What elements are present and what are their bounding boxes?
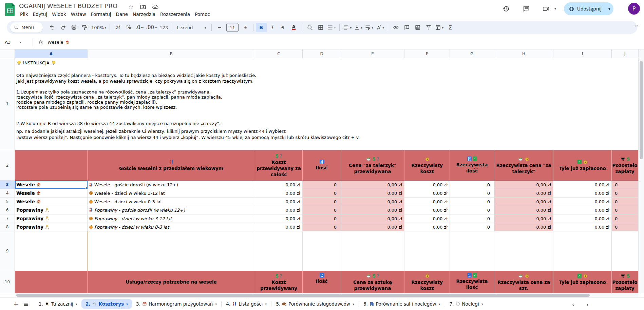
insert-chart-button[interactable] [412,23,423,32]
cell-e5[interactable]: 0,00 zł [341,198,404,206]
number-format-button[interactable]: 123 [158,23,169,32]
cell-h5[interactable]: 0,00 zł [494,198,553,206]
column-header-f[interactable]: F [404,49,450,58]
row-header-7[interactable]: 7 [0,214,15,223]
column-header-j[interactable]: J [612,49,638,58]
tab-caret-icon[interactable]: ▾ [353,302,354,306]
tab-caret-icon[interactable]: ▾ [265,302,267,306]
cell-e8[interactable]: 0,00 zł [341,223,404,231]
cell-j9[interactable] [612,231,638,271]
tab-tu-zacznij[interactable]: 1. Tu zacznij▾ [35,299,81,309]
cell-d4[interactable]: 0 [303,189,341,198]
cell-f5[interactable]: 0,00 zł [404,198,450,206]
italic-button[interactable]: I [267,23,278,32]
vertical-scrollbar[interactable] [638,49,644,293]
row-header-1[interactable]: 1 [0,58,15,150]
cell-c8[interactable]: 0,00 zł [255,223,303,231]
cell-c9[interactable] [255,231,303,271]
history-button[interactable] [501,4,510,13]
comments-button[interactable] [522,4,531,13]
zoom-select[interactable]: 100%▾ [90,23,107,32]
formula-input[interactable]: Wesele [48,40,69,45]
cell-f8[interactable]: 0,00 zł [404,223,450,231]
tabs-scroll-right-button[interactable]: › [583,300,592,308]
cell-d7[interactable]: 0 [303,214,341,223]
cell-j4[interactable]: 0 [612,189,638,198]
row-header-2[interactable]: 2 [0,150,15,181]
cell-d9[interactable] [303,231,341,271]
cell-a3[interactable]: Wesele [15,181,88,189]
header-cena-za-talerzyk[interactable]: $? Cena "za talerzyk" przewidywana [341,150,404,181]
cell-e3[interactable]: 0,00 zł [341,181,404,189]
tabs-scroll-left-button[interactable]: ‹ [569,300,577,308]
horizontal-scrollbar-thumb[interactable] [16,294,590,297]
cell-g4[interactable]: 0 [450,189,494,198]
tab-kosztorys[interactable]: 2. Kosztorys▾ [81,299,132,309]
cell-g3[interactable]: 0 [450,181,494,189]
name-box-caret-icon[interactable]: ▾ [19,40,21,44]
horizontal-scrollbar[interactable] [15,293,638,297]
hide-toolbar-button[interactable] [634,23,639,28]
header-rzeczywista-cena-2[interactable]: Rzeczywista cena za szt. [494,271,553,293]
column-header-b[interactable]: B [88,49,255,58]
cell-d3[interactable]: 0 [303,181,341,189]
cell-i3[interactable]: 0,00 zł [553,181,612,189]
tab-porownanie-uslugodawcow[interactable]: 5. Porównanie usługodawców▾ [272,299,358,309]
cell-i5[interactable]: 0,00 zł [553,198,612,206]
cell-g9[interactable] [450,231,494,271]
cell-i9[interactable] [553,231,612,271]
share-caret-icon[interactable]: ▾ [608,7,610,11]
tab-caret-icon[interactable]: ▾ [439,302,440,306]
menu-dane[interactable]: Dane [114,11,131,18]
borders-button[interactable] [315,23,326,32]
currency-format-button[interactable]: zł [112,23,123,32]
name-box[interactable]: A3 ▾ [0,35,33,49]
meet-caret-icon[interactable]: ▾ [554,7,556,11]
cell-b5[interactable]: Wesele - dzieci w wieku 0-3 lat [88,198,255,206]
cell-f9[interactable] [404,231,450,271]
cell-b8[interactable]: Poprawiny - dzieci w wieku 0-3 lat [88,223,255,231]
header-koszt-przewidywany-2[interactable]: $? Koszt przewidywany [255,271,303,293]
cell-j8[interactable]: 0 [612,223,638,231]
row-header-4[interactable]: 4 [0,189,15,198]
row-header-3[interactable]: 3 [0,181,15,189]
header-rzeczywista-ilosc[interactable]: 1234✓ Rzeczywista ilość [450,150,494,181]
cell-j6[interactable]: 0 [612,206,638,214]
cell-b3[interactable]: Wesele - goście dorośli (w wieku 12+) [88,181,255,189]
insert-link-button[interactable] [391,23,401,32]
cell-h6[interactable]: 0,00 zł [494,206,553,214]
cell-j3[interactable]: 0 [612,181,638,189]
cell-i8[interactable]: 0,00 zł [553,223,612,231]
column-header-d[interactable]: D [303,49,341,58]
menu-wstaw[interactable]: Wstaw [69,11,89,18]
tab-caret-icon[interactable]: ▾ [215,302,217,306]
header-pozostalo-do-zaplaty-2[interactable]: $ Pozostało zapłaty [612,271,638,293]
add-sheet-button[interactable]: + [11,299,21,309]
cell-h3[interactable]: 0,00 zł [494,181,553,189]
tab-porownanie-sal[interactable]: 6. Porównanie sal i noclegów▾ [359,299,444,309]
cell-f7[interactable]: 0,00 zł [404,214,450,223]
functions-button[interactable]: Σ [445,23,456,32]
cell-j7[interactable]: 0 [612,214,638,223]
cell-g5[interactable]: 0 [450,198,494,206]
cell-c5[interactable]: 0,00 zł [255,198,303,206]
cell-j5[interactable]: 0 [612,198,638,206]
cell-g7[interactable]: 0 [450,214,494,223]
cell-c7[interactable]: 0,00 zł [255,214,303,223]
horizontal-align-button[interactable]: ▾ [342,23,353,32]
tab-lista-gosci[interactable]: 4. Lista gości▾ [222,299,271,309]
undo-button[interactable] [47,23,58,32]
tab-caret-icon[interactable]: ▾ [126,302,128,306]
cell-h4[interactable]: 0,00 zł [494,189,553,198]
cell-f6[interactable]: 0,00 zł [404,206,450,214]
print-button[interactable] [69,23,79,32]
decrease-font-size-button[interactable]: − [214,23,225,32]
star-icon[interactable]: ☆ [128,3,133,10]
share-button[interactable]: Udostępnij ▾ [564,2,613,15]
header-tyle-juz-zaplacono[interactable]: ✓ Tyle już zapłacono [553,150,612,181]
header-rzeczywista-cena[interactable]: Rzeczywista cena "za talerzyk" [494,150,553,181]
menu-plik[interactable]: Plik [18,11,30,18]
header-ilosc-2[interactable]: 1234 Ilość [303,271,341,293]
cell-a8[interactable]: Poprawiny [15,223,88,231]
header-tyle-juz-zaplacono-2[interactable]: ✓ Tyle już zapłacono [553,271,612,293]
